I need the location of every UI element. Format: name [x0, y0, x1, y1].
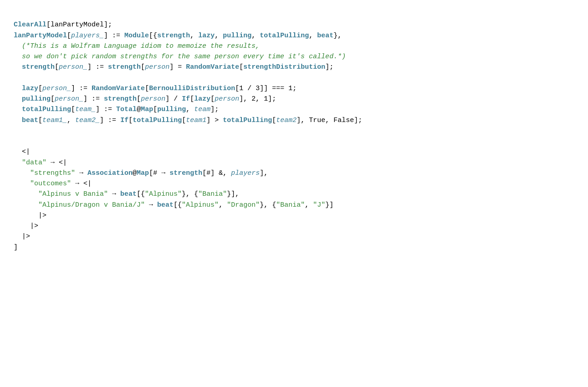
outcomes-close: |> — [38, 212, 46, 219]
bernoulli-fn: BernoulliDistribution — [149, 85, 235, 92]
lb2: ] — [71, 85, 75, 92]
sq2: [#] &, — [202, 169, 231, 177]
assign3: := — [75, 85, 92, 92]
line-comment-1: (*This is a Wolfram Language idiom to me… — [14, 42, 260, 50]
tp1: [ — [71, 106, 75, 113]
totalpulling-fn: totalPulling — [22, 106, 71, 113]
eq: = — [174, 63, 186, 71]
map-fn2: Map — [137, 169, 149, 177]
bt3: ] — [100, 117, 104, 124]
rb3: [ — [145, 85, 149, 92]
pulling-person-val: person — [141, 95, 165, 103]
bt8: ], True, False]; — [297, 117, 362, 124]
bracket2: [ — [67, 32, 71, 40]
line-assoc-open: <| — [14, 148, 30, 156]
comma2: , — [215, 32, 223, 40]
beat-fn3: beat — [157, 201, 174, 209]
bracket: [ — [46, 21, 51, 29]
module-close: }, — [333, 32, 342, 40]
module-fn: Module — [124, 32, 149, 40]
ad2: , — [219, 201, 227, 209]
assign: := — [108, 32, 124, 40]
lazy-person-blank: person_ — [42, 85, 71, 92]
strengthdist: strengthDistribution — [243, 63, 325, 71]
players-val: players — [231, 169, 260, 177]
line-alpinus-dragon: "Alpinus/Dragon v Bania/J" → beat[{"Alpi… — [14, 201, 333, 209]
pb4: ] / — [165, 95, 182, 103]
rb2: ]; — [325, 63, 333, 71]
arrow3: → <| — [71, 180, 92, 188]
ad3: }, { — [260, 201, 276, 209]
pb2: ] — [83, 95, 87, 103]
person-val: person — [145, 63, 169, 71]
tp4: [ — [153, 106, 157, 113]
totalpulling-fn2: totalPulling — [133, 117, 182, 124]
line-comment-2: so we don't pick random strengths for th… — [14, 53, 346, 61]
team1-blank: team1_ — [42, 117, 67, 124]
line-data-close: |> — [14, 222, 38, 230]
bracket-close: ]; — [104, 21, 112, 29]
bt7: [ — [272, 117, 276, 124]
assign4: := — [87, 95, 104, 103]
sb4: ] — [169, 63, 174, 71]
ab1: [{ — [137, 190, 145, 198]
totalpulling-var: totalPulling — [260, 32, 309, 40]
sb3: [ — [141, 63, 145, 71]
rb4: [1 / 3]] === 1; — [235, 85, 297, 92]
comment-1: (*This is a Wolfram Language idiom to me… — [22, 42, 260, 50]
comma3: , — [251, 32, 260, 40]
lb1: [ — [38, 85, 42, 92]
tp2: ] — [96, 106, 100, 113]
at: @ — [133, 169, 137, 177]
sq3: ], — [260, 169, 268, 177]
assoc-open: <| — [22, 148, 30, 156]
line-pulling: pulling[person_] := strength[person] / I… — [14, 95, 276, 103]
line-2: lanPartyModel[players_] := Module[{stren… — [14, 32, 342, 40]
lazy-fn2: lazy — [194, 95, 210, 103]
assoc-close: |> — [22, 233, 30, 240]
sq1: [# → — [149, 169, 169, 177]
beat-var: beat — [317, 32, 333, 40]
map-fn: Map — [141, 106, 153, 113]
assoc-fn: Association — [87, 169, 133, 177]
person-blank: person_ — [59, 63, 87, 71]
line-data-key: "data" → <| — [14, 159, 67, 167]
totalpulling-fn3: totalPulling — [223, 117, 272, 124]
lanpartymodel-def: lanPartyModel — [14, 32, 67, 40]
pulling-fn: pulling — [22, 95, 51, 103]
team2-val: team2 — [276, 117, 297, 124]
sb1: [ — [55, 63, 59, 71]
j-str: "J" — [313, 201, 325, 209]
lazy-fn: lazy — [22, 85, 38, 92]
ad1: [{ — [174, 201, 182, 209]
team-blank: team_ — [75, 106, 96, 113]
alpinus-str2: "Alpinus" — [182, 201, 219, 209]
assign6: := — [104, 117, 120, 124]
strength-var: strength — [157, 32, 190, 40]
beat-fn2: beat — [120, 190, 137, 198]
alpinus-bania-str: "Alpinus v Bania" — [38, 190, 108, 198]
pulling-fn2: pulling — [157, 106, 186, 113]
team1-val: team1 — [186, 117, 206, 124]
strength-fn2: strength — [108, 63, 141, 71]
ad4: , — [305, 201, 313, 209]
line-outcomes-close: |> — [14, 212, 46, 219]
pb5: [ — [190, 95, 194, 103]
alpinus-str: "Alpinus" — [145, 190, 182, 198]
final-bracket: ] — [14, 244, 18, 251]
tp5: , — [186, 106, 194, 113]
pb6: [ — [210, 95, 215, 103]
arrow4: → — [108, 190, 120, 198]
bt6: ] > — [206, 117, 223, 124]
team2-blank: team2_ — [75, 117, 100, 124]
strengths-str: "strengths" — [30, 169, 75, 177]
outcomes-str: "outcomes" — [30, 180, 71, 188]
randomvariate-fn: RandomVariate — [186, 63, 239, 71]
data-close: |> — [30, 222, 38, 230]
arrow1: → <| — [46, 159, 67, 167]
strength-fn4: strength — [169, 169, 202, 177]
ab2: }, { — [182, 190, 198, 198]
pb1: [ — [51, 95, 55, 103]
lanpartymodel-arg: lanPartyModel — [51, 21, 104, 29]
line-alpinus-bania: "Alpinus v Bania" → beat[{"Alpinus"}, {"… — [14, 190, 239, 198]
